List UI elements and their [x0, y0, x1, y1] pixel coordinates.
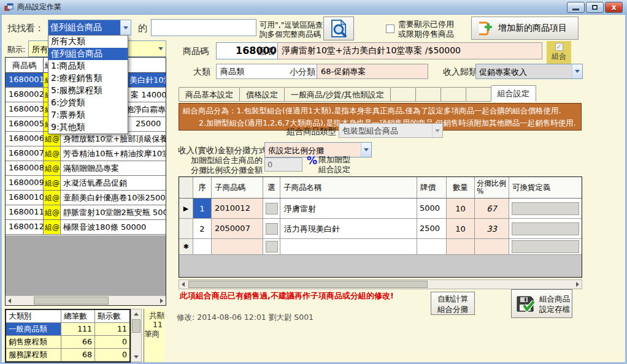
dropdown-item[interactable]: 9:其他類	[48, 121, 128, 134]
exchange-button[interactable]	[512, 202, 579, 215]
combo-badge: 組@	[44, 191, 61, 205]
product-row[interactable]: 1680010 組@ 童顏美白針優惠卷10張25000	[6, 191, 166, 205]
app-window: 商品設定作業 x 找找看 : 僅列組合商品 的 可用","逗號區隔查 詢多個完整…	[0, 0, 627, 364]
tab-price-settings[interactable]: 價格設定	[239, 87, 285, 102]
scroll-right-icon[interactable]	[576, 282, 579, 287]
combo-badge: 組@	[44, 205, 61, 219]
window-title: 商品設定作業	[17, 2, 61, 12]
grid-header-pick: 選	[263, 177, 280, 198]
category-combobox-dropdown-button[interactable]	[120, 20, 131, 35]
dropdown-item[interactable]: 2:療程銷售類	[48, 72, 128, 85]
combo-flag-panel: ✓ 組合	[547, 41, 571, 66]
pick-button[interactable]	[266, 241, 278, 252]
search-hint: 可用","逗號區隔查 詢多個完整商品碼	[260, 20, 323, 39]
grid-header-qty: 數量	[447, 177, 475, 198]
bonus-ratio-input: 0	[264, 157, 302, 172]
show-disabled-checkbox[interactable]	[386, 25, 394, 33]
scroll-right-icon[interactable]	[160, 298, 163, 303]
scroll-down-icon[interactable]	[134, 355, 139, 358]
product-row[interactable]: 1680008 組@ 滿額贈贈品專案	[6, 161, 166, 176]
category-combobox-value: 僅列組合商品	[48, 20, 120, 35]
allocation-dropdown-button[interactable]	[361, 143, 371, 157]
name-field-value[interactable]: 淨膚雷射10堂+活力美白針10堂專案 /$50000	[277, 42, 542, 59]
category-dropdown-list: 所有大類 僅列組合商品 1:商品類 2:療程銷售類 5:服務課程類 6:沙貨類 …	[48, 35, 128, 134]
pick-button[interactable]	[266, 223, 278, 235]
product-row[interactable]: 1680011 組@ 靜脈雷射10堂贈2瓶安瓶 50000	[6, 205, 166, 220]
close-button[interactable]: x	[605, 2, 623, 13]
search-button[interactable]	[323, 17, 354, 40]
grid-header-code: 子商品碼	[212, 177, 263, 198]
scroll-left-icon[interactable]	[8, 298, 11, 303]
exchange-button[interactable]	[512, 222, 579, 235]
grid-row[interactable]: 2 2050007 活力再現美白針 2500 10 33	[179, 219, 582, 239]
scroll-up-icon[interactable]	[134, 313, 139, 316]
category-combobox[interactable]: 僅列組合商品	[48, 20, 131, 36]
scrollbar-thumb[interactable]	[132, 319, 140, 333]
find-label: 找找看 :	[7, 23, 41, 34]
pick-cell[interactable]	[263, 219, 280, 238]
combo-badge: 組@	[44, 220, 61, 234]
minor-category-value[interactable]: 68-促銷專案	[317, 64, 428, 79]
dropdown-item[interactable]: 1:商品類	[48, 60, 128, 72]
scroll-left-icon[interactable]	[182, 282, 185, 287]
dropdown-item-selected[interactable]: 僅列組合商品	[48, 48, 128, 60]
summary-header-category: 大類別	[6, 310, 61, 323]
checked-checkbox-icon[interactable]: ✓	[555, 43, 563, 51]
dropdown-item[interactable]: 6:沙貨類	[48, 97, 128, 109]
pick-button[interactable]	[266, 203, 278, 214]
subcategory-dropdown-button[interactable]	[155, 41, 166, 56]
product-list-hscrollbar[interactable]	[6, 295, 166, 305]
product-row[interactable]: 1680009 組@ 水凝活氧產品促銷	[6, 176, 166, 191]
save-combo-button[interactable]: 組合商品 設定存檔	[511, 289, 572, 318]
grid-hscrollbar[interactable]	[179, 279, 582, 289]
code-search-input[interactable]	[151, 19, 256, 36]
dropdown-item[interactable]: 5:服務課程類	[48, 85, 128, 97]
tab-empty	[415, 87, 441, 102]
last-modified-text: 修改: 2014-08-06 12:01 劉大尉 S001	[177, 313, 314, 323]
tab-general-settings[interactable]: 一般商品/沙貨/其他類設定	[284, 87, 391, 102]
income-class-combobox[interactable]: 促銷專案收入	[475, 64, 583, 79]
dropdown-item[interactable]: 所有大類	[48, 36, 128, 48]
pick-cell[interactable]	[263, 239, 280, 254]
exchange-cell[interactable]	[509, 199, 582, 218]
income-dropdown-button[interactable]	[572, 64, 582, 78]
exchange-cell[interactable]	[509, 239, 582, 254]
grid-header-seq: 序	[193, 177, 212, 198]
summary-header-total: 總筆數	[61, 310, 95, 323]
pick-cell[interactable]	[263, 199, 280, 218]
summary-row[interactable]: 銷售療程類 66 0	[6, 336, 129, 349]
scrollbar-thumb[interactable]	[34, 297, 109, 305]
combo-badge: 組@	[44, 146, 61, 161]
restore-button[interactable]	[586, 2, 604, 13]
product-row[interactable]: 1680007 組@ 芳香精油10瓶+精油按摩10堂 25000	[6, 146, 166, 161]
summary-header-row: 大類別 總筆數 顯示數	[6, 310, 129, 323]
summary-row[interactable]: 服務課程類 68 0	[6, 349, 129, 362]
scrollbar-thumb[interactable]	[188, 281, 428, 288]
summary-row[interactable]: 一般商品類 111 11	[6, 323, 129, 336]
tab-empty	[390, 87, 416, 102]
shown-count-note: 共顯 11 筆商	[144, 309, 164, 362]
settings-tabstrip: 商品基本設定 價格設定 一般商品/沙貨/其他類設定 組合設定	[179, 85, 583, 102]
tab-combo-settings[interactable]: 組合設定	[491, 85, 536, 102]
exchange-cell[interactable]	[509, 219, 582, 238]
search-icon	[329, 19, 348, 38]
minimize-icon	[572, 9, 579, 10]
grid-new-row[interactable]: ✱	[179, 239, 582, 255]
product-list-empty-area	[6, 235, 166, 295]
dropdown-item[interactable]: 7:票券類	[48, 109, 128, 121]
grid-header-ratio: 分攤比例 %	[475, 177, 509, 198]
show-disabled-label: 需要顯示已停用 或限期停售商品	[398, 20, 454, 39]
allocation-method-label: 收入(實收)金額分攤方式	[178, 145, 267, 156]
chevron-down-icon	[364, 148, 369, 151]
summary-vscrollbar[interactable]	[131, 309, 142, 362]
product-row[interactable]: 1680012 組@ 極限音波180條 50000	[6, 220, 166, 235]
minimize-button[interactable]	[567, 2, 585, 13]
income-class-label: 收入歸類	[443, 67, 477, 78]
tab-basic-settings[interactable]: 商品基本設定	[179, 87, 240, 102]
grid-row[interactable]: ▶ 1 2010012 淨膚雷射 5000 10 67	[179, 199, 582, 219]
auto-calc-button[interactable]: 自動計算 組合分攤	[431, 292, 475, 315]
new-row-icon: ✱	[179, 239, 193, 254]
combo-type-label: 組合商品類型	[266, 126, 336, 137]
add-product-button[interactable]: 增加新的商品項目	[471, 17, 579, 40]
exchange-button[interactable]	[512, 240, 579, 253]
